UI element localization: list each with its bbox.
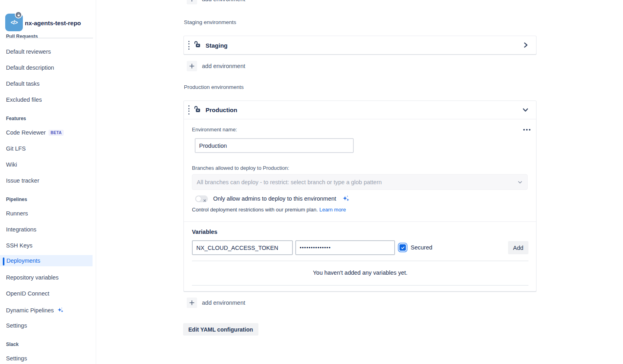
repo-name: nx-agents-test-repo	[25, 20, 81, 26]
ai-sparkle-icon	[341, 194, 350, 203]
edit-yaml-configuration-button[interactable]: Edit YAML configuration	[183, 323, 258, 336]
admin-only-toggle-label: Only allow admins to deploy to this envi…	[213, 195, 336, 202]
production-environments-label: Production environments	[184, 84, 244, 90]
variable-name-input[interactable]	[192, 240, 293, 255]
sidebar-item-git-lfs[interactable]: Git LFS	[6, 145, 26, 152]
environment-title: Staging	[206, 42, 228, 49]
sidebar-item-repository-variables[interactable]: Repository variables	[6, 274, 58, 281]
sidebar-item-default-tasks[interactable]: Default tasks	[6, 80, 40, 87]
sidebar-item-integrations[interactable]: Integrations	[6, 226, 36, 233]
settings-sidebar: Pull Requests </> nx-agents-test-repo De…	[0, 0, 96, 364]
secured-checkbox[interactable]	[399, 244, 406, 251]
add-production-environment-button[interactable]: add environment	[187, 298, 245, 308]
variables-list-divider	[192, 285, 528, 286]
drag-handle-icon[interactable]	[188, 41, 190, 50]
branches-allowed-label: Branches allowed to deploy to Production…	[192, 165, 289, 171]
more-options-icon[interactable]	[523, 129, 530, 131]
branches-select-placeholder: All branches can deploy - to restrict: s…	[197, 179, 517, 185]
plus-icon	[187, 61, 197, 71]
variables-heading: Variables	[192, 229, 218, 235]
sidebar-item-issue-tracker[interactable]: Issue tracker	[6, 177, 39, 184]
chevron-down-icon	[517, 179, 523, 185]
admin-only-toggle[interactable]	[195, 195, 208, 202]
sidebar-item-openid-connect[interactable]: OpenID Connect	[6, 290, 49, 297]
add-environment-button-top[interactable]: add environment	[187, 0, 245, 4]
plus-icon	[187, 0, 197, 4]
sidebar-item-deployments[interactable]: Deployments	[0, 255, 93, 266]
environment-name-label: Environment name:	[192, 127, 237, 133]
sidebar-item-slack-settings[interactable]: Settings	[6, 355, 27, 362]
learn-more-link[interactable]: Learn more	[319, 207, 346, 213]
unlock-icon	[192, 105, 201, 115]
sidebar-item-default-description[interactable]: Default description	[6, 64, 54, 71]
staging-environments-label: Staging environments	[184, 19, 236, 25]
admin-deploy-restriction-row: Only allow admins to deploy to this envi…	[195, 194, 350, 203]
sidebar-item-wiki[interactable]: Wiki	[6, 161, 17, 168]
sidebar-item-ssh-keys[interactable]: SSH Keys	[6, 242, 32, 249]
variables-empty-text: You haven't added any variables yet.	[192, 269, 528, 276]
secured-checkbox-label: Secured	[411, 244, 432, 251]
plus-icon	[187, 298, 197, 308]
sidebar-header-pipelines: Pipelines	[6, 197, 27, 202]
ai-sparkle-icon	[56, 306, 64, 314]
environment-title: Production	[206, 107, 237, 113]
toggle-off-x-icon	[203, 197, 206, 204]
unlock-icon	[192, 40, 201, 50]
active-indicator	[3, 257, 4, 265]
variables-list-divider	[192, 261, 528, 261]
sidebar-item-pipelines-settings[interactable]: Settings	[6, 322, 27, 329]
chevron-down-icon[interactable]	[522, 107, 529, 115]
sidebar-divider	[6, 38, 93, 38]
add-variable-button[interactable]: Add	[508, 241, 528, 254]
code-icon: </>	[10, 19, 17, 26]
beta-badge: BETA	[48, 130, 64, 136]
sidebar-item-code-reviewer[interactable]: Code Reviewer BETA	[6, 129, 64, 136]
sidebar-header-slack: Slack	[6, 342, 18, 347]
sidebar-item-dynamic-pipelines[interactable]: Dynamic Pipelines	[6, 306, 64, 314]
branches-select[interactable]: All branches can deploy - to restrict: s…	[192, 174, 528, 190]
private-repo-lock-icon	[15, 11, 22, 18]
sidebar-header-features: Features	[6, 116, 26, 121]
premium-plan-note: Control deployment restrictions with our…	[192, 207, 346, 213]
sidebar-item-runners[interactable]: Runners	[6, 210, 28, 217]
repo-header: </> nx-agents-test-repo	[0, 0, 96, 34]
environment-name-input[interactable]	[195, 138, 354, 153]
add-staging-environment-button[interactable]: add environment	[187, 61, 245, 71]
drag-handle-icon[interactable]	[188, 105, 190, 115]
sidebar-item-excluded-files[interactable]: Excluded files	[6, 97, 42, 103]
staging-environment-card[interactable]: Staging	[183, 36, 536, 54]
card-section-divider	[184, 221, 536, 222]
sidebar-item-default-reviewers[interactable]: Default reviewers	[6, 48, 51, 55]
chevron-right-icon[interactable]	[522, 42, 529, 50]
variable-value-input[interactable]	[295, 240, 395, 255]
